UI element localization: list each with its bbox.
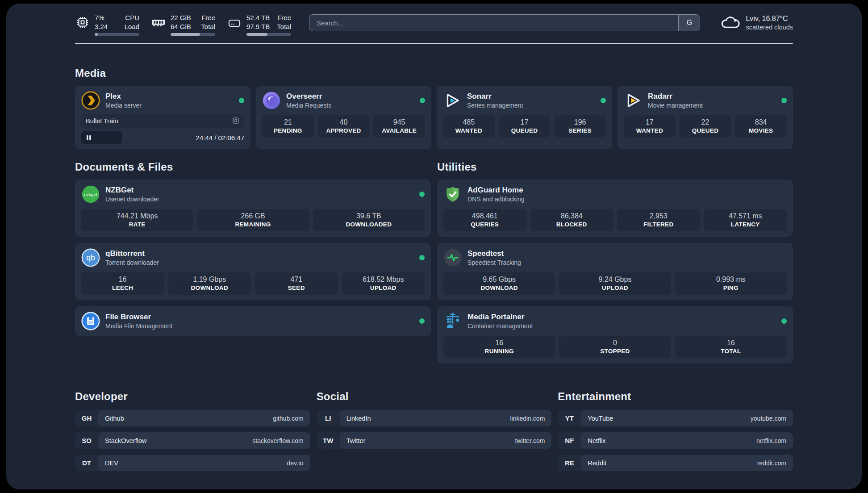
developer-section: Developer GH Github github.com SO StackO… (75, 390, 310, 471)
stat-tile-queries: 498,461 QUERIES (443, 209, 526, 231)
link-row-dev[interactable]: DT DEV dev.to (75, 455, 310, 471)
weather-condition: scattered clouds (746, 24, 793, 31)
media-grid: Plex Media server Bullet Train (75, 86, 793, 149)
search-input[interactable] (309, 14, 700, 31)
disk-free-value: 52.4 TB (246, 13, 270, 22)
link-row-youtube[interactable]: YT YouTube youtube.com (558, 410, 793, 426)
social-section: Social LI LinkedIn linkedin.com TW Twitt… (317, 390, 552, 449)
stat-tile-downloaded: 39.6 TB DOWNLOADED (313, 209, 425, 231)
adguard-card[interactable]: AdGuard Home DNS and adblocking 498,461 … (437, 180, 793, 237)
radarr-icon (624, 91, 643, 110)
link-url: github.com (273, 415, 303, 422)
stat-tile-blocked: 86,384 BLOCKED (530, 209, 613, 231)
top-bar: 7% 3.24 CPU Load (75, 13, 793, 36)
app-description: Movie management (648, 102, 703, 109)
stat-tile-movies: 834 MOVIES (735, 115, 787, 138)
stat-tile-filtered: 2,953 FILTERED (617, 209, 700, 231)
link-name: DEV (105, 460, 118, 467)
status-dot (419, 318, 425, 324)
search-bar: G (309, 14, 700, 31)
status-dot (420, 98, 425, 103)
app-name: qBittorrent (105, 249, 159, 258)
link-abbr: YT (558, 410, 581, 426)
cpu-load-label: Load (125, 22, 139, 31)
filebrowser-icon (81, 312, 100, 330)
ram-total-value: 64 GiB (171, 22, 191, 31)
utilities-column: Utilities AdGuard Home DNS and adblockin… (437, 161, 793, 363)
cpu-icon (75, 15, 90, 30)
speedtest-card[interactable]: Speedtest Speedtest Tracking 9.65 Gbps D… (437, 243, 793, 300)
overseerr-icon (262, 91, 281, 110)
ram-progress-bar (171, 33, 215, 36)
link-url: youtube.com (751, 415, 786, 422)
ram-icon (151, 15, 166, 30)
app-description: DNS and adblocking (467, 196, 525, 203)
plex-card[interactable]: Plex Media server Bullet Train (75, 86, 250, 149)
app-name: Speedtest (467, 249, 521, 258)
playback-controls: 24:44 / 02:06:47 (81, 131, 244, 144)
pause-icon (86, 135, 92, 141)
status-dot (781, 98, 787, 103)
link-row-github[interactable]: GH Github github.com (75, 410, 310, 426)
app-description: Media File Management (105, 322, 172, 330)
link-name: LinkedIn (346, 415, 371, 422)
pause-button[interactable] (81, 131, 122, 144)
app-description: Usenet downloader (105, 196, 159, 203)
link-abbr: NF (558, 432, 581, 449)
stat-tile-upload: 618.52 Mbps UPLOAD (342, 272, 425, 295)
overseerr-card[interactable]: Overseerr Media Requests 21 PENDING 40 A… (256, 86, 431, 149)
search-engine-button[interactable]: G (678, 15, 700, 31)
app-description: Series management (467, 102, 523, 109)
radarr-card[interactable]: Radarr Movie management 17 WANTED 22 QUE… (618, 86, 793, 149)
status-dot (419, 192, 425, 197)
stat-tile-available: 945 AVAILABLE (373, 115, 425, 138)
nzbget-card[interactable]: nzbget NZBGet Usenet downloader 744.21 M… (75, 180, 431, 237)
link-row-twitter[interactable]: TW Twitter twitter.com (317, 432, 552, 449)
weather-widget[interactable]: Lviv, 16.87°C scattered clouds (720, 13, 793, 32)
app-name: AdGuard Home (467, 186, 525, 195)
filebrowser-card[interactable]: File Browser Media File Management (75, 306, 431, 336)
playback-time: 24:44 / 02:06:47 (196, 134, 244, 142)
cpu-progress-bar (95, 33, 139, 36)
stat-tile-ping: 0.993 ms PING (675, 272, 787, 295)
link-name: Netflix (588, 437, 605, 444)
link-name: Reddit (588, 460, 606, 467)
app-name: File Browser (105, 313, 172, 322)
disk-icon (227, 15, 242, 30)
app-description: Media Requests (286, 102, 331, 109)
link-name: Twitter (346, 437, 366, 444)
status-dot (239, 98, 244, 103)
link-url: dev.to (287, 460, 304, 467)
stat-tile-stopped: 0 STOPPED (559, 336, 671, 358)
ram-free-label: Free (201, 13, 215, 22)
qbittorrent-card[interactable]: qb qBittorrent Torrent downloader 16 LEE… (75, 243, 431, 300)
stat-tile-upload: 9.24 Gbps UPLOAD (559, 272, 671, 295)
app-description: Media server (105, 102, 142, 109)
link-row-reddit[interactable]: RE Reddit reddit.com (558, 455, 793, 471)
disk-progress-bar (246, 33, 291, 36)
now-playing-bar: Bullet Train (81, 114, 244, 128)
link-row-stackoverflow[interactable]: SO StackOverflow stackoverflow.com (75, 432, 310, 449)
link-name: Github (105, 415, 124, 422)
stat-tile-queued: 22 QUEUED (680, 115, 731, 138)
camera-icon[interactable] (232, 117, 240, 126)
app-name: NZBGet (105, 186, 159, 195)
stat-tile-download: 9.65 Gbps DOWNLOAD (443, 272, 555, 295)
disk-free-label: Free (277, 13, 291, 22)
sonarr-card[interactable]: Sonarr Series management 485 WANTED 17 Q… (437, 86, 612, 149)
link-url: stackoverflow.com (252, 437, 303, 444)
stat-tile-remaining: 266 GB REMAINING (197, 209, 309, 231)
link-row-linkedin[interactable]: LI LinkedIn linkedin.com (317, 410, 552, 426)
stat-tile-running: 16 RUNNING (443, 336, 555, 358)
section-title-media: Media (75, 67, 793, 79)
link-row-netflix[interactable]: NF Netflix netflix.com (558, 432, 793, 449)
ram-free-value: 22 GiB (171, 13, 191, 22)
link-abbr: DT (75, 455, 98, 471)
portainer-card[interactable]: Media Portainer Container management 16 … (437, 306, 793, 363)
svg-text:qb: qb (86, 253, 95, 262)
documents-column: Documents & Files nzbget NZBGet Usenet d… (75, 161, 431, 363)
dashboard-panel: 7% 3.24 CPU Load (6, 4, 862, 489)
storage-stat-widget: 52.4 TB 97.9 TB Free Total (227, 13, 291, 36)
stat-tile-seed: 471 SEED (255, 272, 338, 295)
link-url: linkedin.com (510, 415, 545, 422)
